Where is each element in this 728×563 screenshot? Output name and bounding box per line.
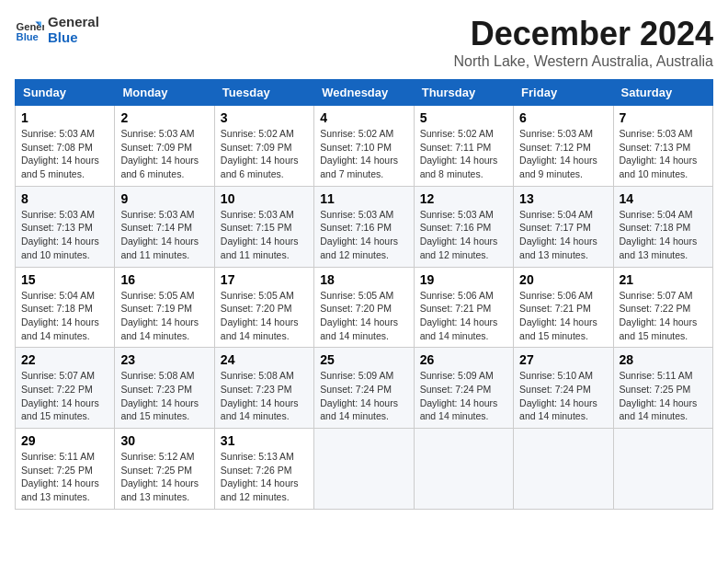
day-number: 23 [120, 352, 208, 367]
day-cell [414, 429, 513, 510]
day-cell: 13 Sunrise: 5:04 AM Sunset: 7:17 PM Dayl… [514, 186, 613, 267]
day-info: Sunrise: 5:08 AM Sunset: 7:23 PM Dayligh… [221, 369, 308, 423]
day-cell: 25 Sunrise: 5:09 AM Sunset: 7:24 PM Dayl… [314, 348, 414, 429]
day-info: Sunrise: 5:03 AM Sunset: 7:16 PM Dayligh… [420, 208, 507, 262]
day-number: 8 [21, 191, 108, 206]
day-number: 11 [320, 191, 407, 206]
day-number: 18 [320, 272, 407, 287]
day-cell: 28 Sunrise: 5:11 AM Sunset: 7:25 PM Dayl… [613, 348, 712, 429]
day-cell: 18 Sunrise: 5:05 AM Sunset: 7:20 PM Dayl… [314, 267, 414, 348]
week-row-3: 15 Sunrise: 5:04 AM Sunset: 7:18 PM Dayl… [16, 267, 713, 348]
day-cell: 20 Sunrise: 5:06 AM Sunset: 7:21 PM Dayl… [514, 267, 613, 348]
day-info: Sunrise: 5:03 AM Sunset: 7:09 PM Dayligh… [120, 127, 208, 181]
day-info: Sunrise: 5:03 AM Sunset: 7:15 PM Dayligh… [221, 208, 308, 262]
day-number: 26 [420, 352, 507, 367]
day-info: Sunrise: 5:02 AM Sunset: 7:10 PM Dayligh… [320, 127, 407, 181]
day-cell: 15 Sunrise: 5:04 AM Sunset: 7:18 PM Dayl… [16, 267, 115, 348]
day-cell: 4 Sunrise: 5:02 AM Sunset: 7:10 PM Dayli… [314, 106, 414, 187]
header-cell-friday: Friday [514, 80, 613, 106]
day-number: 2 [120, 110, 208, 125]
day-info: Sunrise: 5:10 AM Sunset: 7:24 PM Dayligh… [519, 369, 607, 423]
header-cell-tuesday: Tuesday [214, 80, 313, 106]
day-info: Sunrise: 5:04 AM Sunset: 7:17 PM Dayligh… [519, 208, 607, 262]
day-info: Sunrise: 5:11 AM Sunset: 7:25 PM Dayligh… [21, 450, 108, 504]
day-cell: 31 Sunrise: 5:13 AM Sunset: 7:26 PM Dayl… [214, 429, 313, 510]
day-info: Sunrise: 5:02 AM Sunset: 7:11 PM Dayligh… [420, 127, 507, 181]
day-cell: 29 Sunrise: 5:11 AM Sunset: 7:25 PM Dayl… [16, 429, 115, 510]
day-cell: 23 Sunrise: 5:08 AM Sunset: 7:23 PM Dayl… [115, 348, 214, 429]
day-cell [613, 429, 712, 510]
day-info: Sunrise: 5:04 AM Sunset: 7:18 PM Dayligh… [620, 208, 707, 262]
day-number: 20 [519, 272, 607, 287]
day-info: Sunrise: 5:13 AM Sunset: 7:26 PM Dayligh… [221, 450, 308, 504]
day-info: Sunrise: 5:09 AM Sunset: 7:24 PM Dayligh… [420, 369, 507, 423]
day-cell: 16 Sunrise: 5:05 AM Sunset: 7:19 PM Dayl… [115, 267, 214, 348]
svg-text:Blue: Blue [17, 31, 39, 42]
day-number: 27 [519, 352, 607, 367]
day-number: 28 [620, 352, 707, 367]
day-number: 31 [221, 433, 308, 448]
day-number: 19 [420, 272, 507, 287]
day-number: 29 [21, 433, 108, 448]
day-number: 4 [320, 110, 407, 125]
day-number: 7 [620, 110, 707, 125]
day-number: 3 [221, 110, 308, 125]
day-number: 9 [120, 191, 208, 206]
day-cell: 9 Sunrise: 5:03 AM Sunset: 7:14 PM Dayli… [115, 186, 214, 267]
day-cell: 10 Sunrise: 5:03 AM Sunset: 7:15 PM Dayl… [214, 186, 313, 267]
week-row-1: 1 Sunrise: 5:03 AM Sunset: 7:08 PM Dayli… [16, 106, 713, 187]
day-info: Sunrise: 5:03 AM Sunset: 7:13 PM Dayligh… [620, 127, 707, 181]
day-info: Sunrise: 5:05 AM Sunset: 7:20 PM Dayligh… [320, 289, 407, 343]
day-number: 15 [21, 272, 108, 287]
day-number: 6 [519, 110, 607, 125]
day-number: 5 [420, 110, 507, 125]
day-number: 14 [620, 191, 707, 206]
day-cell: 22 Sunrise: 5:07 AM Sunset: 7:22 PM Dayl… [16, 348, 115, 429]
header: General Blue General Blue December 2024 … [15, 15, 713, 70]
day-cell: 19 Sunrise: 5:06 AM Sunset: 7:21 PM Dayl… [414, 267, 513, 348]
day-cell: 12 Sunrise: 5:03 AM Sunset: 7:16 PM Dayl… [414, 186, 513, 267]
day-info: Sunrise: 5:03 AM Sunset: 7:12 PM Dayligh… [519, 127, 607, 181]
day-number: 12 [420, 191, 507, 206]
title-area: December 2024 North Lake, Western Austra… [453, 15, 713, 70]
week-row-4: 22 Sunrise: 5:07 AM Sunset: 7:22 PM Dayl… [16, 348, 713, 429]
day-info: Sunrise: 5:08 AM Sunset: 7:23 PM Dayligh… [120, 369, 208, 423]
day-info: Sunrise: 5:06 AM Sunset: 7:21 PM Dayligh… [420, 289, 507, 343]
day-number: 22 [21, 352, 108, 367]
header-cell-saturday: Saturday [613, 80, 712, 106]
logo-general: General [48, 15, 99, 30]
day-cell: 17 Sunrise: 5:05 AM Sunset: 7:20 PM Dayl… [214, 267, 313, 348]
calendar-table: SundayMondayTuesdayWednesdayThursdayFrid… [15, 79, 713, 510]
header-cell-thursday: Thursday [414, 80, 513, 106]
day-cell: 21 Sunrise: 5:07 AM Sunset: 7:22 PM Dayl… [613, 267, 712, 348]
logo-icon: General Blue [15, 16, 44, 45]
day-number: 10 [221, 191, 308, 206]
day-info: Sunrise: 5:09 AM Sunset: 7:24 PM Dayligh… [320, 369, 407, 423]
day-info: Sunrise: 5:03 AM Sunset: 7:13 PM Dayligh… [21, 208, 108, 262]
week-row-2: 8 Sunrise: 5:03 AM Sunset: 7:13 PM Dayli… [16, 186, 713, 267]
day-number: 17 [221, 272, 308, 287]
day-info: Sunrise: 5:02 AM Sunset: 7:09 PM Dayligh… [221, 127, 308, 181]
day-cell: 6 Sunrise: 5:03 AM Sunset: 7:12 PM Dayli… [514, 106, 613, 187]
week-row-5: 29 Sunrise: 5:11 AM Sunset: 7:25 PM Dayl… [16, 429, 713, 510]
logo-blue: Blue [48, 30, 99, 46]
header-cell-monday: Monday [115, 80, 214, 106]
day-cell: 11 Sunrise: 5:03 AM Sunset: 7:16 PM Dayl… [314, 186, 414, 267]
logo: General Blue General Blue [15, 15, 99, 45]
day-cell [514, 429, 613, 510]
calendar-subtitle: North Lake, Western Australia, Australia [453, 53, 713, 70]
day-number: 30 [120, 433, 208, 448]
day-cell: 30 Sunrise: 5:12 AM Sunset: 7:25 PM Dayl… [115, 429, 214, 510]
day-info: Sunrise: 5:05 AM Sunset: 7:19 PM Dayligh… [120, 289, 208, 343]
day-info: Sunrise: 5:03 AM Sunset: 7:16 PM Dayligh… [320, 208, 407, 262]
day-cell: 8 Sunrise: 5:03 AM Sunset: 7:13 PM Dayli… [16, 186, 115, 267]
day-info: Sunrise: 5:07 AM Sunset: 7:22 PM Dayligh… [620, 289, 707, 343]
header-cell-sunday: Sunday [16, 80, 115, 106]
day-info: Sunrise: 5:12 AM Sunset: 7:25 PM Dayligh… [120, 450, 208, 504]
day-cell: 14 Sunrise: 5:04 AM Sunset: 7:18 PM Dayl… [613, 186, 712, 267]
day-cell: 27 Sunrise: 5:10 AM Sunset: 7:24 PM Dayl… [514, 348, 613, 429]
day-info: Sunrise: 5:04 AM Sunset: 7:18 PM Dayligh… [21, 289, 108, 343]
day-number: 21 [620, 272, 707, 287]
day-info: Sunrise: 5:11 AM Sunset: 7:25 PM Dayligh… [620, 369, 707, 423]
day-cell: 2 Sunrise: 5:03 AM Sunset: 7:09 PM Dayli… [115, 106, 214, 187]
